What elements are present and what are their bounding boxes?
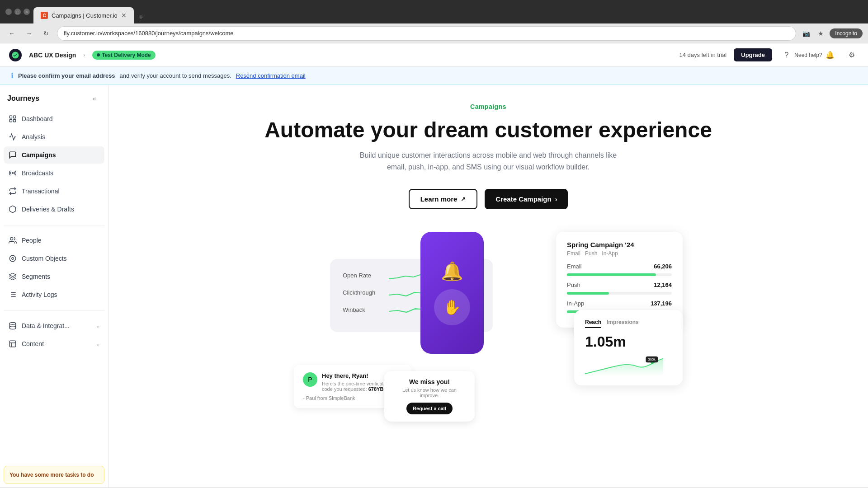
tab-impressions[interactable]: Impressions	[607, 319, 639, 328]
sidebar-item-segments[interactable]: Segments	[4, 268, 104, 285]
new-tab-button[interactable]: +	[135, 11, 147, 23]
help-button[interactable]: ?	[779, 48, 794, 62]
back-button[interactable]: ←	[5, 27, 18, 40]
minimize-button[interactable]: −	[5, 9, 12, 15]
sidebar-item-transactional[interactable]: Transactional	[4, 183, 104, 200]
sidebar-item-broadcasts[interactable]: Broadcasts	[4, 164, 104, 182]
create-campaign-button[interactable]: Create Campaign ›	[485, 189, 568, 209]
test-mode-indicator	[97, 53, 100, 56]
campaign-card-subtitle: Email Push In-App	[567, 250, 672, 257]
arrow-right-icon: ›	[555, 196, 557, 203]
reach-mini-chart: 305k	[585, 354, 672, 376]
help-icon: ?	[785, 51, 789, 59]
channel-bar-email	[567, 273, 656, 276]
refresh-button[interactable]: ↻	[40, 27, 52, 40]
incognito-label: Incognito	[835, 30, 857, 37]
campaigns-tag: Campaigns	[470, 103, 506, 110]
sidebar-label-activity-logs: Activity Logs	[22, 291, 57, 298]
sidebar-label-broadcasts: Broadcasts	[22, 169, 53, 177]
learn-more-button[interactable]: Learn more ↗	[409, 189, 478, 209]
svg-rect-1	[9, 116, 12, 118]
channel-value-push: 12,164	[654, 282, 672, 288]
test-mode-badge[interactable]: Test Delivery Mode	[92, 51, 155, 60]
sidebar-item-custom-objects[interactable]: Custom Objects	[4, 250, 104, 267]
tasks-reminder-box[interactable]: You have some more tasks to do	[4, 466, 104, 484]
segments-icon	[8, 272, 17, 281]
browser-chrome: − □ ✕ C Campaigns | Customer.io ✕ +	[0, 0, 868, 23]
miss-you-card: We miss you! Let us know how we can impr…	[384, 371, 475, 422]
stat-label-open-rate: Open Rate	[343, 272, 383, 279]
sidebar-divider-1	[4, 225, 104, 225]
sidebar-nav: Dashboard Analysis Campaigns	[0, 108, 108, 221]
settings-icon[interactable]: ⚙	[844, 48, 859, 62]
channel-label-push: Push	[567, 282, 580, 288]
url-text: fly.customer.io/workspaces/160880/journe…	[64, 30, 234, 37]
channel-label-inapp: In-App	[567, 300, 584, 307]
stat-label-clickthrough: Clickthrough	[343, 289, 383, 296]
svg-point-6	[10, 237, 13, 240]
bookmark-icon[interactable]: ★	[815, 28, 826, 39]
sidebar-section-people: People Custom Objects Segments	[0, 230, 108, 306]
learn-more-label: Learn more	[420, 195, 458, 203]
sidebar-label-custom-objects: Custom Objects	[22, 255, 67, 262]
tab-favicon: C	[41, 12, 48, 19]
channel-bar-push	[567, 292, 609, 295]
sidebar-item-activity-logs[interactable]: Activity Logs	[4, 286, 104, 303]
request-call-button[interactable]: Request a call	[406, 403, 453, 414]
close-button[interactable]: ✕	[24, 9, 30, 15]
browser-window-controls[interactable]: − □ ✕	[5, 9, 30, 15]
sidebar-title: Journeys	[7, 94, 39, 103]
app-body: Journeys « Dashboard Analysis	[0, 85, 868, 488]
sidebar-item-dashboard[interactable]: Dashboard	[4, 110, 104, 127]
miss-you-title: We miss you!	[393, 378, 466, 385]
sidebar-item-content[interactable]: Content ⌄	[4, 335, 104, 352]
phone-emoji: ✋	[443, 299, 461, 316]
header-right: 14 days left in trial Upgrade ? Need hel…	[679, 48, 859, 62]
sidebar-collapse-button[interactable]: «	[88, 92, 101, 105]
resend-confirmation-link[interactable]: Resend confirmation email	[236, 72, 306, 79]
sidebar-label-deliveries: Deliveries & Drafts	[22, 206, 74, 213]
tab-reach[interactable]: Reach	[585, 319, 601, 328]
info-icon: ℹ	[11, 71, 14, 80]
create-campaign-label: Create Campaign	[495, 195, 551, 203]
need-help-label[interactable]: Need help?	[801, 48, 816, 62]
sidebar-item-campaigns[interactable]: Campaigns	[4, 146, 104, 164]
url-bar[interactable]: fly.customer.io/workspaces/160880/journe…	[57, 26, 796, 41]
analysis-icon	[8, 132, 17, 141]
maximize-button[interactable]: □	[14, 9, 21, 15]
phone-avatar: ✋	[434, 289, 470, 325]
deliveries-icon	[8, 205, 17, 214]
forward-button[interactable]: →	[23, 27, 35, 40]
camera-icon[interactable]: 📷	[801, 28, 811, 39]
upgrade-button[interactable]: Upgrade	[734, 48, 772, 61]
sidebar-label-people: People	[22, 237, 42, 244]
address-bar: ← → ↻ fly.customer.io/workspaces/160880/…	[0, 23, 868, 43]
reach-tabs: Reach Impressions	[585, 319, 672, 328]
incognito-button[interactable]: Incognito	[830, 28, 863, 38]
channel-bar-email-wrap	[567, 273, 672, 276]
people-icon	[8, 236, 17, 245]
svg-point-8	[12, 258, 14, 260]
svg-rect-3	[9, 120, 12, 122]
banner-bold-text: Please confirm your email address	[18, 72, 115, 79]
sidebar-item-data-integration[interactable]: Data & Integrat... ⌄	[4, 317, 104, 334]
sidebar-label-data-integration: Data & Integrat...	[22, 322, 70, 329]
phone-content: 🔔 ✋	[434, 261, 470, 325]
content-icon	[8, 339, 17, 348]
phone-app-icon: 🔔	[434, 261, 470, 282]
svg-point-15	[9, 323, 16, 325]
reach-value: 1.05m	[585, 333, 672, 350]
sidebar-item-analysis[interactable]: Analysis	[4, 128, 104, 145]
reach-card: Reach Impressions 1.05m	[574, 310, 683, 385]
sidebar-label-content: Content	[22, 340, 44, 347]
notification-bell-icon[interactable]: 🔔	[823, 48, 837, 62]
tab-close-button[interactable]: ✕	[121, 12, 127, 19]
sidebar-item-deliveries[interactable]: Deliveries & Drafts	[4, 201, 104, 218]
sidebar-item-people[interactable]: People	[4, 232, 104, 249]
active-tab[interactable]: C Campaigns | Customer.io ✕	[33, 7, 134, 23]
sidebar-label-analysis: Analysis	[22, 133, 45, 141]
svg-point-5	[12, 173, 14, 174]
workspace-name[interactable]: ABC UX Design	[29, 52, 76, 59]
broadcasts-icon	[8, 169, 17, 178]
svg-rect-4	[14, 120, 16, 122]
